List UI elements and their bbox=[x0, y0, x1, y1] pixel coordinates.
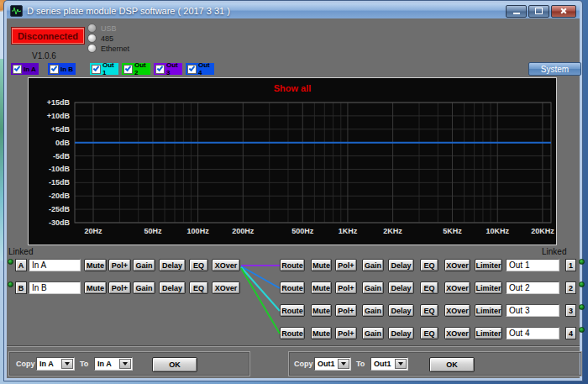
polarity-button[interactable]: Pol+ bbox=[335, 281, 357, 294]
mute-button[interactable]: Mute bbox=[311, 259, 332, 271]
limiter-button[interactable]: Limiter bbox=[475, 281, 502, 294]
svg-text:2KHz: 2KHz bbox=[383, 227, 402, 235]
chevron-down-icon[interactable] bbox=[395, 359, 407, 369]
output-name-field[interactable] bbox=[506, 259, 559, 271]
svg-text:5KHz: 5KHz bbox=[443, 227, 462, 235]
copy-label: Copy bbox=[294, 360, 313, 368]
route-button[interactable]: Route bbox=[280, 281, 305, 294]
channel-led bbox=[579, 304, 585, 310]
radio-usb[interactable]: USB bbox=[87, 24, 117, 33]
copy-output-ok-button[interactable]: OK bbox=[429, 357, 475, 372]
graph-panel: Show all +15dB+10dB+5dB0dB-5dB-10dB-15dB… bbox=[28, 77, 557, 245]
polarity-button[interactable]: Pol+ bbox=[335, 259, 357, 271]
toggle-out-1[interactable]: Out 1 bbox=[90, 63, 118, 75]
copy-input-ok-button[interactable]: OK bbox=[152, 357, 197, 372]
copy-input-to-dropdown[interactable]: In A bbox=[94, 357, 133, 371]
gain-button[interactable]: Gain bbox=[362, 327, 384, 339]
linked-label-left: Linked bbox=[8, 247, 33, 256]
output-channel-row-3: Route Mute Pol+ Gain Delay EQ XOver Limi… bbox=[7, 304, 580, 318]
eq-button[interactable]: EQ bbox=[420, 327, 438, 339]
delay-button[interactable]: Delay bbox=[388, 259, 414, 271]
chevron-down-icon[interactable] bbox=[119, 359, 131, 369]
connection-status-button[interactable]: Disconnected bbox=[12, 28, 84, 44]
copy-input-group: Copy In A To In A OK bbox=[8, 351, 250, 376]
svg-text:20KHz: 20KHz bbox=[531, 227, 554, 235]
channel-led bbox=[579, 327, 585, 333]
limiter-button[interactable]: Limiter bbox=[475, 259, 502, 271]
route-button[interactable]: Route bbox=[280, 259, 305, 271]
xover-button[interactable]: XOver bbox=[444, 281, 470, 294]
minimize-button[interactable] bbox=[506, 5, 527, 18]
linked-label-right: Linked bbox=[542, 247, 566, 256]
separator bbox=[7, 345, 580, 347]
minimize-icon bbox=[513, 13, 520, 14]
titlebar: D series plate module DSP software ( 201… bbox=[7, 3, 580, 18]
close-button[interactable] bbox=[551, 5, 576, 18]
route-button[interactable]: Route bbox=[280, 304, 305, 317]
svg-text:50Hz: 50Hz bbox=[144, 227, 162, 235]
output-name-field[interactable] bbox=[506, 304, 559, 317]
svg-text:100Hz: 100Hz bbox=[187, 227, 210, 235]
frequency-response-plot: +15dB+10dB+5dB0dB-5dB-10dB-15dB-20dB-25d… bbox=[29, 78, 556, 245]
limiter-button[interactable]: Limiter bbox=[475, 327, 502, 339]
gain-button[interactable]: Gain bbox=[362, 259, 384, 271]
gain-button[interactable]: Gain bbox=[362, 304, 384, 317]
output-name-field[interactable] bbox=[506, 281, 559, 294]
channel-id-label: 2 bbox=[565, 281, 576, 294]
app-window: D series plate module DSP software ( 201… bbox=[4, 1, 582, 381]
close-icon bbox=[560, 8, 567, 14]
toggle-in-a[interactable]: In A bbox=[11, 63, 39, 75]
eq-button[interactable]: EQ bbox=[420, 304, 438, 317]
svg-text:+10dB: +10dB bbox=[47, 112, 71, 120]
radio-ethernet[interactable]: Ethernet bbox=[87, 44, 129, 53]
system-button[interactable]: System bbox=[528, 62, 581, 76]
maximize-button[interactable] bbox=[528, 5, 549, 18]
checkbox-icon bbox=[92, 65, 101, 74]
xover-button[interactable]: XOver bbox=[444, 327, 470, 339]
maximize-icon bbox=[535, 8, 543, 14]
copy-output-from-dropdown[interactable]: Out1 bbox=[314, 357, 351, 371]
output-channel-row-1: Route Mute Pol+ Gain Delay EQ XOver Limi… bbox=[7, 259, 580, 272]
copy-output-group: Copy Out1 To Out1 OK bbox=[288, 351, 582, 376]
output-channel-row-4: Route Mute Pol+ Gain Delay EQ XOver Limi… bbox=[7, 327, 580, 340]
toggle-out-4[interactable]: Out 4 bbox=[186, 63, 214, 75]
delay-button[interactable]: Delay bbox=[388, 304, 414, 317]
radio-485[interactable]: 485 bbox=[87, 34, 113, 43]
routing-line-out4 bbox=[241, 268, 280, 334]
chevron-down-icon[interactable] bbox=[61, 359, 73, 369]
channel-id-label: 3 bbox=[565, 304, 576, 317]
eq-button[interactable]: EQ bbox=[420, 259, 438, 271]
copy-output-to-dropdown[interactable]: Out1 bbox=[370, 357, 408, 371]
channel-id-label: 1 bbox=[565, 259, 576, 271]
mute-button[interactable]: Mute bbox=[311, 304, 332, 317]
svg-text:20Hz: 20Hz bbox=[84, 227, 102, 235]
output-name-field[interactable] bbox=[506, 327, 559, 339]
route-button[interactable]: Route bbox=[280, 327, 305, 339]
eq-button[interactable]: EQ bbox=[420, 281, 438, 294]
copy-input-from-dropdown[interactable]: In A bbox=[36, 357, 75, 371]
radio-icon bbox=[87, 44, 97, 53]
waveform-icon bbox=[12, 7, 21, 15]
polarity-button[interactable]: Pol+ bbox=[335, 327, 357, 339]
mute-button[interactable]: Mute bbox=[311, 281, 332, 294]
svg-text:10KHz: 10KHz bbox=[486, 227, 509, 235]
toggle-out-3[interactable]: Out 3 bbox=[154, 63, 182, 75]
toggle-in-b[interactable]: In B bbox=[48, 63, 76, 75]
svg-text:1KHz: 1KHz bbox=[339, 227, 358, 235]
chevron-down-icon[interactable] bbox=[338, 359, 349, 369]
limiter-button[interactable]: Limiter bbox=[475, 304, 502, 317]
channel-led bbox=[579, 259, 585, 265]
delay-button[interactable]: Delay bbox=[388, 281, 414, 294]
checkbox-icon bbox=[187, 65, 197, 74]
copy-label: Copy bbox=[16, 360, 35, 368]
toggle-out-2[interactable]: Out 2 bbox=[122, 63, 150, 75]
polarity-button[interactable]: Pol+ bbox=[335, 304, 357, 317]
svg-text:-20dB: -20dB bbox=[49, 192, 71, 200]
xover-button[interactable]: XOver bbox=[444, 259, 470, 271]
xover-button[interactable]: XOver bbox=[444, 304, 470, 317]
gain-button[interactable]: Gain bbox=[362, 281, 384, 294]
radio-icon bbox=[87, 34, 97, 43]
mute-button[interactable]: Mute bbox=[311, 327, 332, 339]
delay-button[interactable]: Delay bbox=[388, 327, 414, 339]
svg-text:0dB: 0dB bbox=[55, 139, 71, 147]
